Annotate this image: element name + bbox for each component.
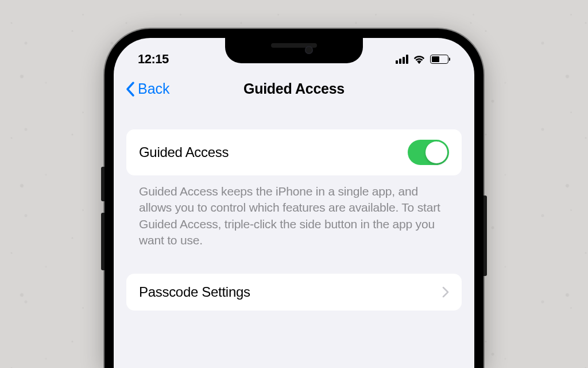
wifi-icon bbox=[413, 54, 425, 64]
chevron-right-icon bbox=[442, 286, 449, 298]
settings-group-passcode: Passcode Settings bbox=[126, 274, 462, 310]
back-button[interactable]: Back bbox=[125, 80, 170, 97]
battery-icon bbox=[430, 55, 450, 64]
back-button-label: Back bbox=[138, 80, 170, 97]
phone-notch bbox=[225, 38, 363, 63]
toggle-row-label: Guided Access bbox=[139, 144, 229, 160]
navigation-bar: Back Guided Access bbox=[114, 72, 474, 106]
phone-volume-up-button bbox=[101, 167, 105, 201]
settings-description: Guided Access keeps the iPhone in a sing… bbox=[126, 175, 462, 248]
toggle-knob bbox=[425, 141, 447, 163]
phone-front-camera bbox=[305, 46, 313, 54]
settings-content: Guided Access Guided Access keeps the iP… bbox=[114, 106, 474, 310]
settings-group-main: Guided Access bbox=[126, 129, 462, 175]
phone-side-button bbox=[483, 195, 487, 276]
guided-access-toggle-row: Guided Access bbox=[126, 129, 462, 175]
status-icons bbox=[396, 54, 450, 64]
page-title: Guided Access bbox=[243, 80, 345, 97]
phone-volume-down-button bbox=[101, 213, 105, 270]
chevron-left-icon bbox=[125, 81, 136, 97]
phone-frame: 12:15 bbox=[105, 29, 483, 368]
cellular-signal-icon bbox=[396, 55, 408, 64]
phone-screen: 12:15 bbox=[114, 38, 474, 368]
passcode-row-label: Passcode Settings bbox=[139, 284, 250, 300]
guided-access-toggle[interactable] bbox=[408, 140, 449, 165]
status-time: 12:15 bbox=[138, 52, 169, 67]
passcode-settings-row[interactable]: Passcode Settings bbox=[126, 274, 462, 310]
